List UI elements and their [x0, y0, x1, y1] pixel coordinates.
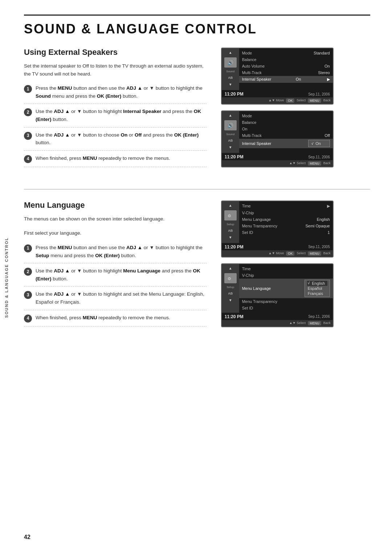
- tv-screen-4: ▲ ⚙ Setup AB ▼ Time V-Chip: [221, 263, 334, 327]
- step-text-3: Use the ADJ ▲ or ▼ button to choose On o…: [36, 131, 207, 147]
- step-item: 3 Use the ADJ ▲ or ▼ button to choose On…: [24, 131, 207, 151]
- dropdown-row-francais: Français: [307, 291, 327, 296]
- menu-language-section: Menu Language The menus can be shown on …: [24, 200, 370, 330]
- tv-btn-menu-2: MENU: [308, 161, 321, 166]
- tv-date-2: Sep.11, 2006: [308, 155, 330, 159]
- tv-screen-1: ▲ 🔊 Sound AB ▼ ModeStandard Balance Auto…: [221, 48, 334, 105]
- dropdown-row-english: √English: [307, 281, 327, 286]
- external-speakers-steps: 1 Press the MENU button and then use the…: [24, 84, 207, 167]
- menu-row: Auto VolumeOn: [239, 63, 333, 69]
- tv-time-3: 11:20 PM: [225, 244, 244, 250]
- tv-icon-label-sound-2: Sound: [226, 133, 234, 136]
- menu-row-highlighted: Internal Speaker √On: [239, 139, 333, 148]
- tv-status-2: 11:20 PM Sep.11, 2006: [222, 153, 333, 160]
- menu-row: ModeStandard: [239, 50, 333, 56]
- svg-text:🔊: 🔊: [228, 122, 234, 129]
- ml-step-text-1: Press the MENU button and then use the A…: [36, 244, 207, 259]
- tv-sidebar-3: ▲ ⚙ Setup AB ▼: [222, 201, 239, 243]
- ml-step-text-2: Use the ADJ ▲ or ▼ button to highlight M…: [36, 267, 207, 283]
- svg-text:⚙: ⚙: [228, 214, 231, 218]
- tv-icon-label-setup: Setup: [226, 223, 234, 226]
- tv-icon-setup: ⚙: [224, 210, 237, 220]
- page-number: 42: [24, 527, 370, 540]
- main-content: Sound & Language Control Using External …: [13, 0, 392, 555]
- tv-btn-menu-3: MENU: [308, 251, 321, 256]
- tv-date-4: Sep.11, 2006: [308, 315, 330, 319]
- tv-sidebar-1: ▲ 🔊 Sound AB ▼: [222, 48, 239, 90]
- step-item: 3 Use the ADJ ▲ or ▼ button to highlight…: [24, 290, 207, 310]
- tv-btn-label: Select: [297, 251, 306, 256]
- side-tab-label: Sound & Language Control: [4, 237, 9, 318]
- menu-row: On: [239, 126, 333, 132]
- tv-bottom-3: ▲▼ Move OK Select MENU Back: [222, 250, 333, 257]
- tv-btn-label: Back: [323, 251, 331, 256]
- step-number-4: 4: [24, 155, 32, 163]
- dropdown-row-espanol: Español: [307, 286, 327, 291]
- tv-icon-label-setup-2: Setup: [226, 285, 234, 289]
- tv-ab-label-4: AB: [228, 292, 233, 295]
- tv-menu-3: Time▶ V-Chip Menu LanguageEnglish Menu T…: [239, 201, 333, 243]
- step-text-1: Press the MENU button and then use the A…: [36, 84, 207, 100]
- menu-language-text: Menu Language The menus can be shown on …: [24, 200, 207, 330]
- page-title: Sound & Language Control: [24, 15, 370, 37]
- tv-btn-label: Back: [323, 321, 331, 325]
- tv-time-4: 11:20 PM: [225, 314, 244, 319]
- menu-row: Time: [239, 266, 333, 272]
- svg-text:🔊: 🔊: [228, 60, 234, 66]
- step-number-1: 1: [24, 85, 32, 93]
- menu-row: Menu LanguageEnglish: [239, 216, 333, 223]
- tv-btn-menu: MENU: [308, 98, 321, 103]
- side-tab: Sound & Language Control: [0, 0, 13, 555]
- tv-date-3: Sep.11, 2005: [308, 245, 330, 249]
- tv-up-arrow: ▲: [229, 113, 232, 117]
- menu-row: Menu TransparencySemi Opaque: [239, 223, 333, 229]
- menu-row-highlighted: Menu Language √English Español Français: [239, 279, 333, 298]
- menu-row-highlighted: Internal SpeakerOn▶: [239, 76, 333, 83]
- tv-down-arrow-4: ▼: [229, 298, 232, 302]
- menu-row: Time▶: [239, 203, 333, 210]
- menu-row: Balance: [239, 119, 333, 126]
- tv-bottom-1: ▲▼ Move OK Select MENU Back: [222, 97, 333, 104]
- tv-icon-setup-2: ⚙: [224, 273, 237, 283]
- tv-up-arrow-4: ▲: [229, 266, 232, 270]
- menu-row: Set ID: [239, 305, 333, 311]
- step-number-2: 2: [24, 108, 32, 116]
- tv-menu-4: Time V-Chip Menu Language √English Españ…: [239, 264, 333, 313]
- tv-up-arrow: ▲: [229, 50, 232, 54]
- menu-row: Mode: [239, 113, 333, 119]
- tv-icon-sound: 🔊: [224, 57, 237, 68]
- tv-status-3: 11:20 PM Sep.11, 2005: [222, 243, 333, 250]
- dropdown-row: √On: [311, 141, 327, 146]
- tv-btn-ok: OK: [286, 98, 294, 103]
- menu-language-screens: ▲ ⚙ Setup AB ▼ Time▶ V-Chip Menu Languag…: [221, 200, 370, 330]
- step-item: 2 Use the ADJ ▲ or ▼ button to highlight…: [24, 267, 207, 287]
- external-speakers-desc: Set the internal speaker to Off to liste…: [24, 62, 207, 78]
- tv-sidebar-4: ▲ ⚙ Setup AB ▼: [222, 264, 239, 313]
- external-speakers-section: Using External Speakers Set the internal…: [24, 48, 370, 171]
- ml-step-number-2: 2: [24, 268, 32, 276]
- tv-btn-menu-4: MENU: [308, 321, 321, 325]
- menu-row: Menu Transparency: [239, 298, 333, 305]
- tv-bottom-4: ▲▼ Select MENU Back: [222, 320, 333, 327]
- ml-step-text-3: Use the ADJ ▲ or ▼ button to highlight a…: [36, 290, 207, 306]
- tv-down-arrow: ▼: [229, 82, 232, 86]
- step-item: 4 When finished, press MENU repeatedly t…: [24, 314, 207, 327]
- tv-icon-sound-2: 🔊: [224, 120, 237, 130]
- menu-language-desc-2: First select your language.: [24, 229, 207, 237]
- step-item: 2 Use the ADJ ▲ or ▼ button to highlight…: [24, 108, 207, 127]
- tv-sidebar-2: ▲ 🔊 Sound AB ▼: [222, 111, 239, 153]
- menu-row: Set ID1: [239, 229, 333, 236]
- tv-menu-2: Mode Balance On Multi-TrackOff Internal …: [239, 111, 333, 153]
- step-number-3: 3: [24, 132, 32, 140]
- menu-row: Multi-TrackStereo: [239, 69, 333, 76]
- menu-language-steps: 1 Press the MENU button and then use the…: [24, 244, 207, 327]
- tv-screen-3: ▲ ⚙ Setup AB ▼ Time▶ V-Chip Menu Languag…: [221, 200, 334, 258]
- tv-btn-label: Select: [297, 98, 306, 103]
- menu-row: Balance: [239, 56, 333, 63]
- tv-menu-1: ModeStandard Balance Auto VolumeOn Multi…: [239, 48, 333, 90]
- external-speakers-text: Using External Speakers Set the internal…: [24, 48, 207, 171]
- tv-ab-label-2: AB: [228, 139, 233, 142]
- menu-row: V-Chip: [239, 272, 333, 279]
- tv-screen-2: ▲ 🔊 Sound AB ▼ Mode Balance On: [221, 110, 334, 167]
- tv-btn-label: Back: [323, 161, 331, 166]
